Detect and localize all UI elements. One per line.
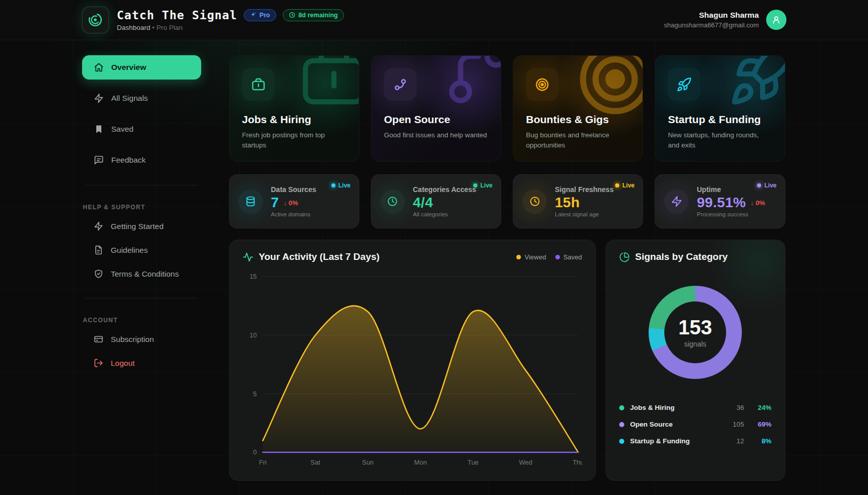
stat-value: 7 <box>271 195 279 211</box>
legend-row-startup-funding: Startup & Funding 12 8% <box>619 433 772 449</box>
user-icon <box>771 15 781 25</box>
home-icon <box>94 62 104 72</box>
category-description: Bug bounties and freelance opportunities <box>526 130 630 150</box>
live-dot-icon <box>615 183 619 187</box>
svg-text:Sat: Sat <box>310 459 320 466</box>
svg-text:Thu: Thu <box>572 459 582 466</box>
user-name: Shagun Sharma <box>664 11 759 20</box>
stat-label: Data Sources <box>271 185 316 194</box>
svg-text:Fri: Fri <box>259 459 267 466</box>
legend-saved: Saved <box>555 253 582 261</box>
main-content: Jobs & Hiring Fresh job postings from to… <box>229 55 785 481</box>
sidebar-item-guidelines[interactable]: Guidelines <box>82 239 201 261</box>
stat-delta: ↓ 0% <box>283 199 298 207</box>
category-card-startup-funding[interactable]: Startup & Funding New startups, funding … <box>655 55 785 162</box>
live-dot-icon <box>473 183 477 187</box>
zap-icon <box>94 221 103 231</box>
sidebar-divider <box>85 298 198 298</box>
app-header: Catch The Signal Pro 8d remaining Dashbo… <box>0 0 868 40</box>
legend-viewed: Viewed <box>516 253 546 261</box>
stat-label: Uptime <box>697 185 765 194</box>
svg-text:Wed: Wed <box>519 459 532 466</box>
startup-dot-icon <box>619 439 624 444</box>
rocket-icon <box>668 68 700 101</box>
stat-sublabel: Active domains <box>271 211 316 217</box>
category-description: Fresh job postings from top startups <box>242 130 346 150</box>
category-card-open-source[interactable]: Open Source Good first issues and help w… <box>371 55 501 162</box>
pro-badge: Pro <box>244 9 276 21</box>
live-dot-icon <box>757 183 761 187</box>
sidebar-item-subscription[interactable]: Subscription <box>82 328 201 351</box>
logout-icon <box>94 358 103 368</box>
briefcase-deco-icon <box>296 55 359 115</box>
target-deco-icon <box>575 55 643 120</box>
app-title: Catch The Signal <box>117 9 238 22</box>
briefcase-icon <box>242 68 275 101</box>
database-icon <box>239 189 263 214</box>
category-title: Startup & Funding <box>668 113 772 126</box>
sidebar-item-getting-started[interactable]: Getting Started <box>82 215 201 238</box>
sidebar-item-overview[interactable]: Overview <box>82 55 201 80</box>
donut-legend: Jobs & Hiring 36 24% Open Source 105 69% <box>619 399 772 449</box>
signals-total: 153 <box>678 317 712 337</box>
app-logo-icon <box>82 7 109 33</box>
target-icon <box>526 68 558 101</box>
legend-row-jobs-hiring: Jobs & Hiring 36 24% <box>619 399 772 416</box>
category-title: Open Source <box>384 113 488 126</box>
live-badge: Live <box>757 182 776 189</box>
category-title: Bounties & Gigs <box>526 113 630 126</box>
stat-sublabel: Processing success <box>697 211 765 217</box>
activity-icon <box>243 252 253 262</box>
sidebar-item-terms[interactable]: Terms & Conditions <box>82 262 201 285</box>
stat-delta: ↓ 0% <box>750 199 765 207</box>
activity-chart-title: Your Activity (Last 7 Days) <box>259 251 380 262</box>
legend-row-open-source: Open Source 105 69% <box>619 416 772 433</box>
sidebar-item-all-signals[interactable]: All Signals <box>82 86 201 110</box>
sidebar-item-saved[interactable]: Saved <box>82 117 201 141</box>
viewed-dot-icon <box>516 255 521 259</box>
clock-icon <box>289 12 295 18</box>
sidebar-item-feedback[interactable]: Feedback <box>82 148 201 172</box>
sidebar-section-help: HELP & SUPPORT <box>83 204 201 211</box>
svg-text:0: 0 <box>253 448 256 456</box>
pie-chart-icon <box>619 252 630 262</box>
stat-value: 4/4 <box>413 195 433 211</box>
stat-card-categories-access: Categories Access 4/4 All categories Liv… <box>371 174 501 229</box>
jobs-dot-icon <box>619 405 624 410</box>
zap-icon <box>664 189 689 214</box>
sparkles-icon <box>250 12 256 18</box>
stat-sublabel: Latest signal age <box>555 211 614 217</box>
category-card-bounties-gigs[interactable]: Bounties & Gigs Bug bounties and freelan… <box>513 55 643 162</box>
sidebar-item-logout[interactable]: Logout <box>82 352 201 374</box>
bookmark-icon <box>94 124 104 134</box>
activity-area-chart: 051015FriSatSunMonTueWedThu <box>243 269 582 469</box>
stat-label: Signal Freshness <box>555 185 614 194</box>
open-source-dot-icon <box>619 422 624 427</box>
clock-icon <box>381 189 405 214</box>
category-donut-chart: 153 signals <box>649 286 742 379</box>
activity-chart-panel: Your Activity (Last 7 Days) Viewed Saved… <box>229 240 596 481</box>
svg-text:Tue: Tue <box>467 459 478 466</box>
rocket-deco-icon <box>727 55 785 109</box>
saved-dot-icon <box>555 255 560 259</box>
file-text-icon <box>94 245 103 255</box>
category-title: Jobs & Hiring <box>242 113 346 126</box>
live-badge: Live <box>615 182 634 189</box>
clock-icon <box>522 189 547 214</box>
svg-text:15: 15 <box>249 273 256 280</box>
category-cards: Jobs & Hiring Fresh job postings from to… <box>229 55 785 162</box>
category-card-jobs-hiring[interactable]: Jobs & Hiring Fresh job postings from to… <box>229 55 359 162</box>
svg-text:Sun: Sun <box>362 459 373 466</box>
breadcrumb: Dashboard • Pro Plan <box>117 24 344 31</box>
stat-value: 15h <box>555 195 580 211</box>
live-badge: Live <box>473 182 493 189</box>
avatar[interactable] <box>766 10 786 30</box>
category-description: New startups, funding rounds, and exits <box>668 130 772 150</box>
credit-card-icon <box>94 334 103 344</box>
svg-text:10: 10 <box>249 331 256 339</box>
live-badge: Live <box>331 182 351 189</box>
dashboard-page: Catch The Signal Pro 8d remaining Dashbo… <box>0 0 868 495</box>
stat-card-data-sources: Data Sources 7 ↓ 0% Active domains Live <box>229 174 359 229</box>
bottom-panels: Your Activity (Last 7 Days) Viewed Saved… <box>229 240 785 481</box>
user-email: shagunsharma6677@gmail.com <box>664 21 759 29</box>
